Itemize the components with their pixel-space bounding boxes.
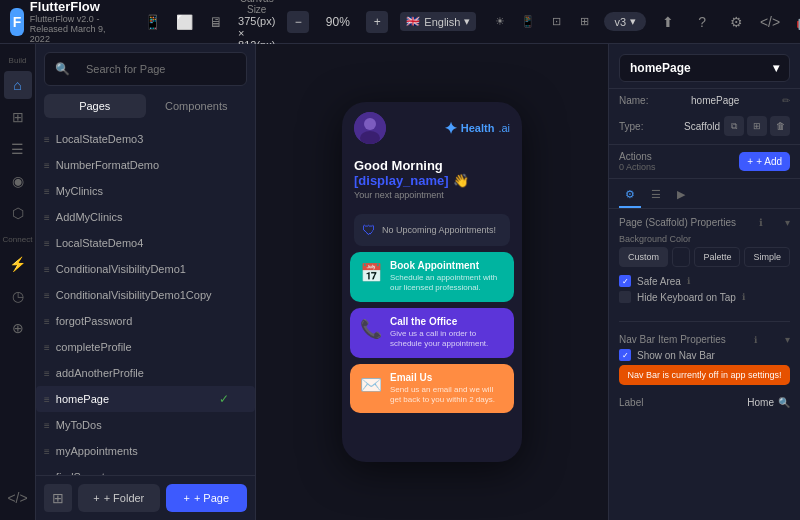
sidebar-icon-integration[interactable]: ⊕ <box>4 314 32 342</box>
bg-color-label: Background Color <box>619 234 790 244</box>
search-input[interactable] <box>76 58 236 80</box>
help-icon[interactable]: ? <box>688 8 716 36</box>
safe-area-info-icon[interactable]: ℹ <box>687 276 690 286</box>
list-item[interactable]: ≡ ConditionalVisibilityDemo1Copy ⋯ <box>36 282 255 308</box>
list-item-homepage[interactable]: ≡ homePage ✓ ⋯ <box>36 386 255 412</box>
call-office-card: 📞 Call the Office Give us a call in orde… <box>350 308 514 358</box>
sidebar-icon-media[interactable]: ⬡ <box>4 199 32 227</box>
device-nav: 📱 ⬜ 🖥 <box>138 8 230 36</box>
language-label: English <box>424 16 460 28</box>
safe-area-checkbox[interactable]: ✓ <box>619 275 631 287</box>
type-label: Type: <box>619 121 643 132</box>
sidebar-icon-data[interactable]: ◷ <box>4 282 32 310</box>
add-folder-button[interactable]: + + Folder <box>78 484 160 512</box>
play-icon: ▶ <box>677 188 685 200</box>
main-layout: Build ⌂ ⊞ ☰ ◉ ⬡ Connect ⚡ ◷ ⊕ </> 🔍 Page… <box>0 44 800 520</box>
avatar-circle <box>354 112 386 144</box>
simple-btn[interactable]: Simple <box>744 247 790 267</box>
upload-icon[interactable]: ⬆ <box>654 8 682 36</box>
sidebar-icon-code[interactable]: </> <box>4 484 32 512</box>
phone-header: ✦ Health.ai <box>342 102 522 150</box>
page-drag-icon: ≡ <box>44 342 50 353</box>
list-item[interactable]: ≡ ConditionalVisibilityDemo1 ⋯ <box>36 256 255 282</box>
sidebar-icon-layers[interactable]: ☰ <box>4 135 32 163</box>
page-drag-icon: ≡ <box>44 186 50 197</box>
collapse-icon[interactable]: ▾ <box>785 217 790 228</box>
zoom-out-button[interactable]: − <box>287 11 309 33</box>
hide-keyboard-checkbox[interactable] <box>619 291 631 303</box>
zoom-level: 90% <box>315 15 360 29</box>
sun-icon[interactable]: ☀ <box>488 10 512 34</box>
sidebar-icon-home[interactable]: ⌂ <box>4 71 32 99</box>
list-item[interactable]: ≡ myAppointments ⋯ <box>36 438 255 464</box>
list-item[interactable]: ≡ NumberFormatDemo ⋯ <box>36 152 255 178</box>
color-swatch[interactable] <box>672 247 690 267</box>
list-item[interactable]: ≡ LocalStateDemo4 ⋯ <box>36 230 255 256</box>
search-container: 🔍 <box>36 44 255 94</box>
split-view-icon[interactable]: ⊡ <box>544 10 568 34</box>
tab-components[interactable]: Components <box>146 94 248 118</box>
custom-color-btn[interactable]: Custom <box>619 247 668 267</box>
rp-tabs: ⚙ ☰ ▶ <box>609 183 800 209</box>
phone-cards: 📅 Book Appointment Schedule an appointme… <box>342 252 522 413</box>
list-item[interactable]: ≡ MyToDos ⋯ <box>36 412 255 438</box>
list-item[interactable]: ≡ completeProfile ⋯ <box>36 334 255 360</box>
gear-icon: ⚙ <box>625 188 635 200</box>
list-item[interactable]: ≡ addAnotherProfile ⋯ <box>36 360 255 386</box>
zoom-in-button[interactable]: + <box>366 11 388 33</box>
page-drag-icon: ≡ <box>44 212 50 223</box>
tablet-icon[interactable]: ⬜ <box>170 8 198 36</box>
list-item[interactable]: ≡ MyClinics ⋯ <box>36 178 255 204</box>
wave-emoji: 👋 <box>453 173 469 188</box>
settings-icon[interactable]: ⚙ <box>722 8 750 36</box>
list-item[interactable]: ≡ findSymptoms ⋯ <box>36 464 255 475</box>
list-item[interactable]: ≡ LocalStateDemo3 ⋯ <box>36 126 255 152</box>
wrap-icon[interactable]: ⊞ <box>747 116 767 136</box>
phone-view-icon[interactable]: 📱 <box>516 10 540 34</box>
nav-collapse-icon[interactable]: ▾ <box>785 334 790 345</box>
mobile-icon[interactable]: 📱 <box>138 8 166 36</box>
list-item[interactable]: ≡ AddMyClinics ⋯ <box>36 204 255 230</box>
code-icon[interactable]: </> <box>756 8 784 36</box>
call-desc: Give us a call in order to schedule your… <box>390 329 504 350</box>
language-select[interactable]: 🇬🇧 English ▾ <box>400 12 476 31</box>
expand-icon[interactable]: ⊞ <box>572 10 596 34</box>
show-nav-label: Show on Nav Bar <box>637 350 715 361</box>
flag-icon: 🇬🇧 <box>406 15 420 28</box>
list-item[interactable]: ≡ forgotPassword ⋯ <box>36 308 255 334</box>
palette-btn[interactable]: Palette <box>694 247 740 267</box>
nav-label: Nav Bar Item Properties <box>619 334 726 345</box>
show-nav-checkbox[interactable]: ✓ <box>619 349 631 361</box>
edit-icon[interactable]: ✏ <box>782 95 790 106</box>
desktop-icon[interactable]: 🖥 <box>202 8 230 36</box>
add-folder-label: + Folder <box>104 492 145 504</box>
copy-icon[interactable]: ⧉ <box>724 116 744 136</box>
nav-off-banner[interactable]: Nav Bar is currently off in app settings… <box>619 365 790 385</box>
android-icon[interactable]: 🤖 <box>790 8 800 36</box>
section-info-icon[interactable]: ℹ <box>759 217 763 228</box>
version-badge[interactable]: v3 ▾ <box>604 12 646 31</box>
add-action-button[interactable]: + + Add <box>739 152 790 171</box>
delete-icon[interactable]: 🗑 <box>770 116 790 136</box>
label-search-icon[interactable]: 🔍 <box>778 397 790 408</box>
tab-layout[interactable]: ☰ <box>645 183 667 208</box>
nav-info-icon[interactable]: ℹ <box>754 335 757 345</box>
tab-pages[interactable]: Pages <box>44 94 146 118</box>
hide-keyboard-info-icon[interactable]: ℹ <box>742 292 745 302</box>
rp-name-row: Name: homePage ✏ <box>609 89 800 112</box>
add-page-button[interactable]: + + Page <box>166 484 248 512</box>
grid-view-icon[interactable]: ⊞ <box>44 484 72 512</box>
rp-page-name-dropdown[interactable]: homePage ▾ <box>619 54 790 82</box>
version-label: v3 <box>614 16 626 28</box>
page-name: MyToDos <box>56 419 229 431</box>
tab-animations[interactable]: ▶ <box>671 183 691 208</box>
page-plus-icon: + <box>183 492 189 504</box>
canvas-area: ✦ Health.ai Good Morning [display_name] … <box>256 44 608 520</box>
sidebar-icon-api[interactable]: ⚡ <box>4 250 32 278</box>
actions-label: Actions <box>619 151 656 162</box>
tab-properties[interactable]: ⚙ <box>619 183 641 208</box>
sidebar-icon-widgets[interactable]: ⊞ <box>4 103 32 131</box>
page-drag-icon: ≡ <box>44 238 50 249</box>
name-value: homePage <box>691 95 739 106</box>
sidebar-icon-theme[interactable]: ◉ <box>4 167 32 195</box>
